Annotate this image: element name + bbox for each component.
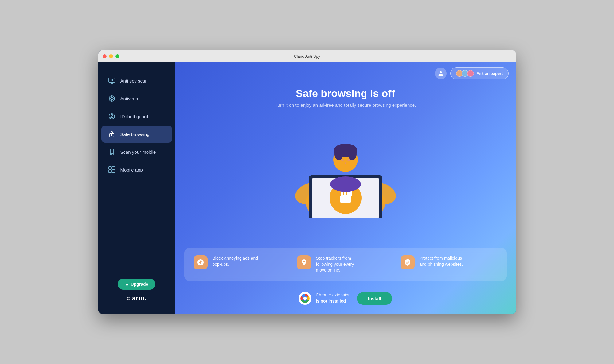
expert-avatar-3 [467, 70, 474, 77]
svg-rect-18 [109, 170, 111, 173]
feature-divider-2 [397, 257, 397, 272]
svg-rect-27 [340, 195, 351, 203]
feature-protect-malicious: Protect from malicious and phishing webs… [401, 255, 498, 269]
svg-rect-19 [112, 170, 115, 173]
safe-browsing-icon [108, 130, 116, 138]
sidebar: Anti spy scan Antivirus [98, 62, 175, 314]
svg-point-9 [111, 114, 113, 116]
traffic-lights [103, 54, 119, 58]
svg-rect-0 [109, 78, 115, 82]
upgrade-button[interactable]: ★ Upgrade [118, 279, 156, 290]
chrome-status: Chrome extension is not installed [316, 292, 351, 304]
svg-point-39 [330, 176, 361, 192]
features-bar: Block annoying ads and pop-ups. Stop tra… [184, 248, 507, 281]
chrome-status-text: Chrome extension is not installed [316, 292, 351, 304]
svg-point-37 [347, 159, 350, 161]
svg-rect-16 [109, 167, 111, 169]
clario-logo: clario. [127, 295, 147, 302]
chrome-icon [299, 292, 311, 305]
maximize-button[interactable] [115, 54, 119, 58]
protect-malicious-icon-wrap [401, 255, 415, 269]
app-window: Clario Anti Spy Anti spy scan [98, 50, 516, 314]
main-content: Ask an expert Safe browsing is off Turn … [175, 62, 516, 314]
id-theft-icon [108, 112, 116, 121]
block-ads-icon-wrap [194, 255, 208, 269]
mobile-app-icon [108, 165, 116, 174]
svg-point-38 [345, 162, 346, 164]
svg-point-11 [111, 135, 112, 136]
titlebar: Clario Anti Spy [98, 50, 516, 62]
window-title: Clario Anti Spy [294, 54, 320, 59]
svg-point-20 [440, 71, 442, 73]
ask-expert-label: Ask an expert [476, 71, 503, 76]
monitor-icon [108, 76, 116, 85]
sidebar-item-antivirus[interactable]: Antivirus [101, 90, 172, 107]
ask-expert-button[interactable]: Ask an expert [450, 67, 508, 79]
illustration-container [175, 102, 516, 248]
antivirus-icon [108, 94, 116, 103]
chrome-section: Chrome extension is not installed Instal… [175, 287, 516, 314]
sidebar-bottom: ★ Upgrade clario. [98, 273, 175, 308]
scan-mobile-icon [108, 148, 116, 156]
sidebar-item-scan-mobile[interactable]: Scan your mobile [101, 143, 172, 161]
feature-stop-trackers-text: Stop trackers from following your every … [316, 255, 365, 273]
sidebar-nav: Anti spy scan Antivirus [98, 68, 175, 273]
sidebar-item-id-theft-guard-label: ID theft guard [120, 114, 148, 119]
sidebar-item-safe-browsing[interactable]: Safe browsing [101, 126, 172, 143]
sidebar-item-id-theft-guard[interactable]: ID theft guard [101, 108, 172, 125]
svg-point-34 [334, 148, 343, 160]
svg-point-36 [341, 159, 343, 161]
stop-trackers-icon-wrap [297, 255, 311, 269]
feature-stop-trackers: Stop trackers from following your every … [297, 255, 394, 273]
expert-avatars [456, 70, 474, 77]
svg-rect-17 [112, 167, 115, 169]
svg-point-15 [111, 154, 112, 155]
sidebar-item-mobile-app-label: Mobile app [120, 167, 143, 172]
feature-block-ads: Block annoying ads and pop-ups. [194, 255, 291, 269]
sidebar-item-anti-spy-scan-label: Anti spy scan [120, 78, 148, 83]
minimize-button[interactable] [109, 54, 113, 58]
upgrade-label: Upgrade [131, 282, 148, 287]
chrome-info: Chrome extension is not installed [299, 292, 351, 305]
close-button[interactable] [103, 54, 107, 58]
sidebar-item-mobile-app[interactable]: Mobile app [101, 161, 172, 178]
feature-protect-malicious-text: Protect from malicious and phishing webs… [420, 255, 469, 267]
sidebar-item-antivirus-label: Antivirus [120, 96, 138, 101]
sidebar-item-anti-spy-scan[interactable]: Anti spy scan [101, 72, 172, 89]
user-avatar[interactable] [435, 68, 447, 79]
svg-point-1 [111, 79, 113, 81]
svg-point-35 [348, 148, 357, 160]
star-icon: ★ [125, 282, 129, 287]
main-illustration [281, 132, 410, 218]
sidebar-item-safe-browsing-label: Safe browsing [120, 132, 150, 137]
feature-block-ads-text: Block annoying ads and pop-ups. [213, 255, 262, 267]
svg-point-3 [111, 97, 113, 100]
feature-divider-1 [294, 257, 294, 272]
app-body: Anti spy scan Antivirus [98, 62, 516, 314]
svg-point-44 [303, 297, 307, 300]
install-button[interactable]: Install [357, 292, 392, 305]
main-header: Ask an expert [175, 62, 516, 84]
sidebar-item-scan-mobile-label: Scan your mobile [120, 149, 156, 155]
hero-title: Safe browsing is off [181, 87, 510, 99]
